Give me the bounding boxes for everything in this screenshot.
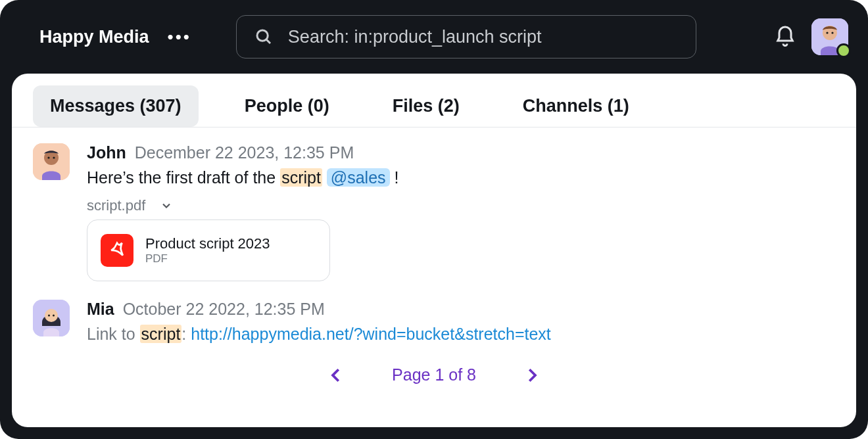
chevron-down-icon[interactable] — [160, 199, 173, 212]
svg-point-0 — [257, 30, 268, 41]
message-author: John — [87, 143, 126, 162]
user-avatar[interactable] — [811, 18, 848, 55]
prev-page-icon[interactable] — [326, 365, 346, 385]
bell-icon[interactable] — [773, 25, 797, 49]
svg-line-1 — [266, 39, 270, 43]
search-results-panel: Messages (307) People (0) Files (2) Chan… — [12, 74, 856, 427]
svg-point-11 — [45, 309, 58, 322]
avatar-icon — [33, 300, 70, 336]
attachment-title: Product script 2023 — [145, 235, 270, 252]
message-text: Link to script: http://happymedia.net/?w… — [87, 321, 835, 347]
svg-point-13 — [53, 314, 55, 316]
message-timestamp: October 22 2022, 12:35 PM — [123, 300, 325, 318]
svg-point-4 — [826, 32, 828, 34]
page-indicator: Page 1 of 8 — [392, 365, 476, 384]
search-input[interactable]: Search: in:product_launch script — [236, 15, 696, 58]
pdf-icon — [101, 234, 133, 267]
message-link[interactable]: http://happymedia.net/?wind=bucket&stret… — [191, 325, 551, 343]
mention-chip[interactable]: @sales — [327, 168, 390, 187]
search-result-message[interactable]: Mia October 22 2022, 12:35 PM Link to sc… — [33, 300, 835, 347]
presence-indicator — [836, 43, 851, 58]
message-text: Here’s the first draft of the script @sa… — [87, 165, 835, 191]
tab-messages[interactable]: Messages (307) — [33, 85, 199, 127]
svg-point-12 — [48, 314, 50, 316]
svg-point-8 — [47, 156, 49, 158]
tab-files[interactable]: Files (2) — [375, 85, 477, 127]
result-tabs: Messages (307) People (0) Files (2) Chan… — [12, 85, 856, 127]
top-bar: Happy Media ••• Search: in:product_launc… — [0, 0, 868, 74]
more-icon[interactable]: ••• — [168, 27, 191, 47]
search-icon — [254, 27, 274, 47]
search-result-message[interactable]: John December 22 2023, 12:35 PM Here’s t… — [33, 143, 835, 281]
pagination: Page 1 of 8 — [33, 365, 835, 385]
workspace-name[interactable]: Happy Media — [39, 27, 149, 47]
message-author: Mia — [87, 300, 114, 318]
search-text: Search: in:product_launch script — [288, 27, 542, 47]
svg-point-9 — [53, 156, 55, 158]
attachment-card[interactable]: Product script 2023 PDF — [87, 220, 330, 281]
avatar-john — [33, 143, 70, 180]
highlight-keyword: script — [140, 325, 182, 343]
svg-point-5 — [831, 32, 833, 34]
message-timestamp: December 22 2023, 12:35 PM — [135, 143, 354, 162]
highlight-keyword: script — [280, 168, 322, 187]
tab-people[interactable]: People (0) — [228, 85, 347, 127]
next-page-icon[interactable] — [522, 365, 542, 385]
avatar-icon — [33, 143, 70, 180]
tab-channels[interactable]: Channels (1) — [506, 85, 646, 127]
avatar-mia — [33, 300, 70, 336]
attachment-type: PDF — [145, 252, 270, 266]
attachment-label[interactable]: script.pdf — [87, 197, 835, 214]
